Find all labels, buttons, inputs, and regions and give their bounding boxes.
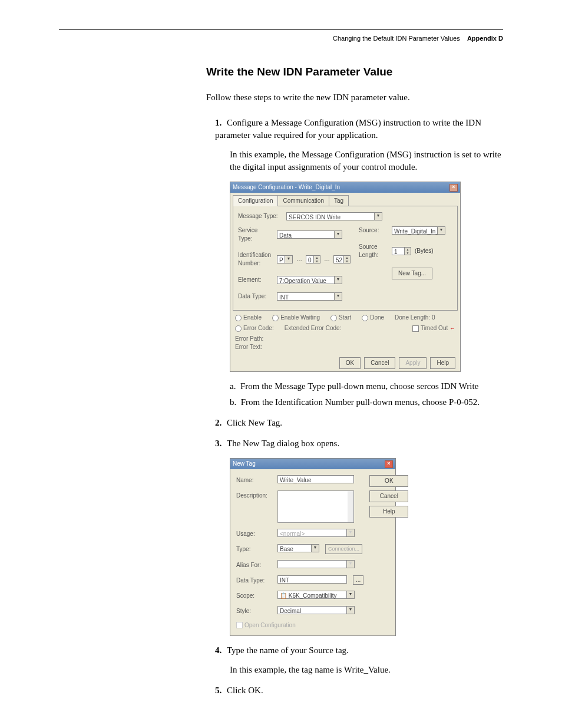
element-label: Element: [238, 276, 273, 284]
status-error-code: Error Code: [235, 324, 274, 332]
ok-button[interactable]: OK [339, 357, 361, 369]
id-p-dropdown[interactable]: P▼ [277, 255, 293, 263]
nt-style-dropdown[interactable]: Decimal▼ [277, 606, 355, 614]
nt-name-field[interactable]: Write_Value [277, 475, 354, 483]
status-ext-error: Extended Error Code: [285, 324, 342, 332]
nt-connection-button: Connection... [325, 544, 362, 554]
nt-scope-label: Scope: [236, 591, 272, 600]
status-done-length: Done Length: 0 [395, 314, 435, 322]
tab-configuration[interactable]: Configuration [233, 195, 278, 206]
status-enable: Enable [235, 314, 262, 322]
nt-style-label: Style: [236, 606, 272, 615]
help-button[interactable]: Help [430, 357, 455, 369]
nt-usage-label: Usage: [236, 529, 272, 538]
service-type-label: Service Type: [238, 226, 273, 243]
new-tag-titlebar: New Tag × [230, 459, 395, 469]
source-len-label: Source Length: [359, 243, 388, 259]
nt-usage-dropdown: <normal>▼ [277, 529, 355, 537]
nt-ok-button[interactable]: OK [369, 475, 408, 487]
source-dropdown[interactable]: Write_Digital_In_1▼ [392, 226, 445, 235]
step3-text: The New Tag dialog box opens. [227, 439, 339, 448]
intro-text: Follow these steps to write the new IDN … [206, 91, 503, 104]
cancel-button[interactable]: Cancel [364, 357, 395, 369]
nt-cancel-button[interactable]: Cancel [369, 490, 408, 502]
step1-text: Configure a Message Configuration (MSG) … [215, 118, 481, 140]
error-path: Error Path: [235, 335, 455, 343]
step4-para: In this example, the tag name is Write_V… [230, 664, 503, 676]
close-icon[interactable]: × [449, 184, 458, 192]
new-tag-button[interactable]: New Tag... [392, 268, 432, 279]
source-len-spinner[interactable]: 1▲▼ [392, 247, 411, 255]
nt-type-label: Type: [236, 544, 272, 554]
nt-desc-field[interactable] [277, 490, 354, 523]
status-done: Done [362, 314, 384, 322]
msg-config-dialog: Message Configuration - Write_Digital_In… [230, 182, 461, 372]
step1a: a. From the Message Type pull-down menu,… [230, 380, 503, 393]
step4-text: Type the name of your Source tag. [227, 645, 349, 655]
source-label: Source: [359, 226, 388, 235]
service-type-dropdown[interactable]: Data▼ [277, 230, 342, 239]
id-number-label: Identification Number: [238, 251, 273, 268]
step2-text: Click New Tag. [227, 418, 282, 427]
id-52-spinner[interactable]: 52▲▼ [333, 255, 351, 263]
section-title: Write the New IDN Parameter Value [206, 65, 503, 78]
nt-open-config: Open Configuration [236, 621, 363, 630]
nt-help-button[interactable]: Help [369, 506, 408, 518]
tab-tag[interactable]: Tag [329, 195, 349, 206]
nt-type-dropdown[interactable]: Base▼ [277, 544, 319, 552]
nt-name-label: Name: [236, 475, 272, 485]
page-header: Changing the Default IDN Parameter Value… [59, 35, 503, 42]
msg-type-label: Message Type: [238, 212, 283, 220]
step1b: b. From the Identification Number pull-d… [230, 396, 503, 409]
nt-datatype-label: Data Type: [236, 575, 272, 585]
nt-datatype-field[interactable]: INT [277, 575, 347, 584]
element-dropdown[interactable]: 7:Operation Value▼ [277, 276, 342, 284]
error-text: Error Text: [235, 343, 455, 351]
nt-desc-label: Description: [236, 490, 272, 500]
nt-scope-dropdown[interactable]: 📋 K6K_Compatibility▼ [277, 591, 355, 599]
data-type-label: Data Type: [238, 292, 273, 301]
nt-alias-label: Alias For: [236, 560, 272, 569]
nt-alias-dropdown: ▼ [277, 560, 355, 568]
tab-communication[interactable]: Communication [277, 195, 329, 206]
msg-type-dropdown[interactable]: SERCOS IDN Write▼ [286, 212, 382, 220]
step1-para: In this example, the Message Configurati… [230, 149, 503, 173]
data-type-dropdown[interactable]: INT▼ [277, 292, 342, 301]
status-enable-waiting: Enable Waiting [272, 314, 320, 322]
dialog-titlebar: Message Configuration - Write_Digital_In… [230, 182, 460, 193]
status-timed-out[interactable]: Timed Out ← [412, 324, 455, 332]
apply-button[interactable]: Apply [399, 357, 427, 369]
new-tag-dialog: New Tag × Name: Write_Value Description: [230, 458, 396, 636]
close-icon[interactable]: × [385, 460, 393, 468]
step5-text: Click OK. [227, 686, 263, 695]
nt-datatype-browse[interactable]: ... [353, 575, 363, 585]
id-0-spinner[interactable]: 0▲▼ [306, 255, 320, 263]
status-start: Start [330, 314, 351, 322]
